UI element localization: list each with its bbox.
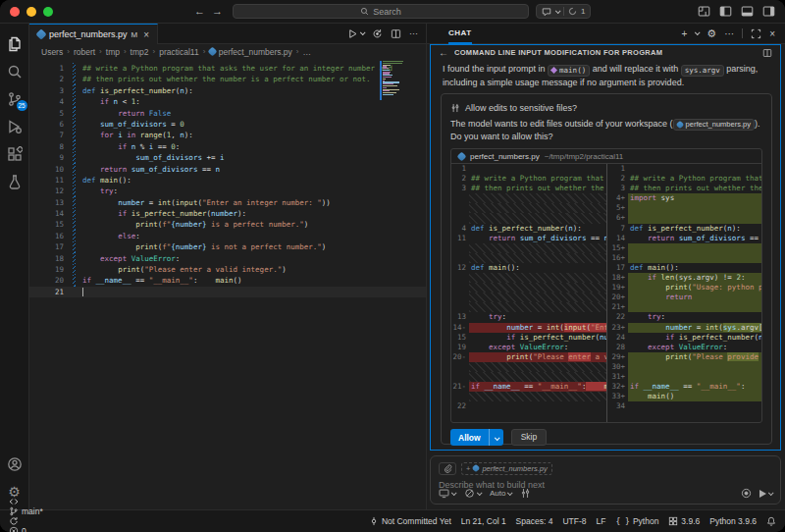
chat-input-box[interactable]: + perfect_numbers.py Describe what to bu… [430, 455, 781, 505]
python-interpreter-item[interactable]: 3.9.6 [668, 516, 700, 526]
git-branch-item[interactable]: main* [9, 506, 43, 516]
diff-original-line[interactable] [451, 392, 606, 401]
diff-modified-line[interactable]: 28 except ValueError: [607, 343, 761, 352]
code-line[interactable]: 1## write a Python program that asks the… [29, 63, 426, 74]
breadcrumb-item[interactable]: practical11 [159, 47, 198, 57]
diff-original-line[interactable] [451, 213, 606, 223]
tools-icon[interactable] [520, 488, 531, 499]
diff-modified-line[interactable]: 30+ [607, 362, 761, 372]
diff-modified-line[interactable]: 22 try: [607, 312, 761, 322]
new-chat-button[interactable]: + [681, 28, 687, 39]
open-changes-icon[interactable] [372, 28, 383, 39]
breadcrumb-item[interactable]: … [303, 47, 312, 57]
sidebar-item-search[interactable] [0, 58, 29, 85]
nav-forward-button[interactable]: → [212, 4, 223, 19]
breadcrumb-item[interactable]: robert [74, 47, 95, 57]
skip-button[interactable]: Skip [511, 429, 548, 446]
diff-modified-line[interactable]: 14 return sum_of_divisors == n [607, 234, 761, 243]
minimap[interactable] [383, 61, 404, 97]
language-mode-item[interactable]: { }Python [615, 516, 658, 526]
toggle-panel-icon[interactable] [741, 5, 754, 18]
chat-settings-gear-icon[interactable]: ⚙ [706, 27, 716, 40]
diff-original-line[interactable]: 1 [451, 164, 606, 174]
run-python-button[interactable] [347, 28, 364, 39]
toggle-secondary-sidebar-icon[interactable] [762, 5, 775, 18]
diff-modified-line[interactable]: 18+ if len(sys.argv) != 2: [607, 273, 761, 283]
code-line[interactable]: 10 return sum_of_divisors == n [29, 164, 426, 175]
diff-file-header[interactable]: perfect_numbers.py ~/tmp/tmp2/practical1… [451, 149, 761, 164]
diff-original-line[interactable] [451, 273, 606, 283]
code-line[interactable]: 15 print(f"{number} is a perfect number.… [29, 219, 426, 230]
allow-dropdown[interactable] [490, 433, 503, 443]
diff-modified-line[interactable]: 3## then prints out whether the number [607, 184, 761, 193]
code-line[interactable]: 14 if is_perfect_number(number): [29, 208, 426, 219]
diff-modified-line[interactable]: 31+ [607, 372, 761, 382]
diff-modified-line[interactable]: 32+if __name__ == "__main__": [607, 382, 761, 392]
breadcrumb-item[interactable]: perfect_numbers.py [209, 47, 292, 57]
diff-modified-line[interactable]: 17def main(): [607, 263, 761, 273]
breadcrumb-item[interactable]: tmp2 [131, 47, 149, 57]
diff-original-line[interactable] [451, 193, 606, 203]
split-editor-icon[interactable] [391, 28, 401, 39]
open-in-editor-icon[interactable] [762, 48, 772, 58]
mode-picker-button[interactable] [464, 488, 481, 499]
diff-modified-line[interactable]: 4+import sys [607, 193, 761, 203]
code-line[interactable]: 5 return False [29, 108, 426, 119]
diff-original-line[interactable] [451, 283, 606, 293]
diff-original-line[interactable]: 15 if is_perfect_number(number): [451, 333, 606, 343]
model-picker-button[interactable]: Auto [490, 489, 511, 498]
diff-modified-line[interactable]: 16+ [607, 253, 761, 263]
code-line[interactable]: 2## then prints out whether the number i… [29, 74, 426, 84]
code-editor[interactable]: 1## write a Python program that asks the… [29, 59, 426, 509]
breadcrumb-item[interactable]: Users [41, 47, 63, 57]
sidebar-item-run-debug[interactable] [0, 113, 29, 140]
attach-context-button[interactable] [439, 462, 456, 475]
remote-indicator[interactable] [9, 497, 43, 506]
chat-sessions-pill[interactable]: 1 [536, 4, 591, 19]
diff-original-line[interactable]: 12def main(): [451, 263, 606, 273]
symbol-chip[interactable]: main() [548, 65, 590, 77]
close-panel-icon[interactable]: × [769, 28, 775, 39]
code-line[interactable]: 11def main(): [29, 175, 426, 186]
code-line[interactable]: 16 else: [29, 231, 426, 241]
diff-modified-line[interactable]: 1 [607, 164, 761, 174]
diff-original-line[interactable]: 19 except ValueError: [451, 343, 606, 352]
diff-modified-line[interactable]: 21+ [607, 302, 761, 312]
tab-perfect-numbers[interactable]: perfect_numbers.py M × [29, 24, 158, 44]
code-line[interactable]: 7 for i in range(1, n): [29, 130, 426, 140]
back-arrow-icon[interactable]: ← [439, 47, 448, 58]
diff-original-line[interactable] [451, 372, 606, 382]
chat-more-actions-icon[interactable]: ··· [724, 28, 734, 39]
diff-original-line[interactable]: 4def is_perfect_number(n): [451, 224, 606, 234]
status-item[interactable]: Spaces: 4 [516, 516, 553, 526]
sidebar-item-testing[interactable] [0, 168, 29, 195]
diff-modified-line[interactable]: 7def is_perfect_number(n): [607, 224, 761, 234]
breadcrumb[interactable]: Users›robert›tmp›tmp2›practical11› perfe… [29, 44, 426, 59]
code-line[interactable]: 21 [29, 287, 426, 297]
diff-original-line[interactable]: 21-if __name__ == "__main__": main() [451, 382, 606, 392]
code-line[interactable]: 17 print(f"{number} is not a perfect num… [29, 241, 426, 252]
status-item[interactable]: Python 3.9.6 [709, 516, 757, 526]
diff-original-line[interactable] [451, 302, 606, 312]
notifications-bell[interactable] [766, 516, 776, 526]
sidebar-item-explorer[interactable] [0, 30, 29, 58]
code-chip[interactable]: sys.argv [681, 65, 724, 77]
close-window-button[interactable] [10, 7, 20, 17]
status-item[interactable]: UTF-8 [562, 516, 586, 526]
send-button[interactable] [759, 490, 772, 498]
diff-original-line[interactable] [451, 293, 606, 302]
code-line[interactable]: 18 except ValueError: [29, 253, 426, 264]
close-tab-icon[interactable]: × [143, 29, 149, 40]
diff-original-line[interactable]: 3## then prints out whether the number [451, 184, 606, 193]
diff-original-line[interactable] [451, 362, 606, 372]
code-line[interactable]: 13 number = int(input("Enter an integer … [29, 197, 426, 208]
diff-original-line[interactable]: 2## write a Python program that asks [451, 174, 606, 184]
context-file-chip[interactable]: + perfect_numbers.py [461, 462, 552, 475]
voice-record-icon[interactable] [741, 488, 752, 499]
sync-changes-item[interactable] [9, 516, 43, 526]
diff-original-line[interactable]: 13 try: [451, 312, 606, 322]
diff-modified-line[interactable]: 2## write a Python program that asks [607, 174, 761, 184]
code-line[interactable]: 6 sum_of_divisors = 0 [29, 119, 426, 130]
code-line[interactable]: 12 try: [29, 186, 426, 196]
target-picker-button[interactable] [439, 488, 455, 499]
